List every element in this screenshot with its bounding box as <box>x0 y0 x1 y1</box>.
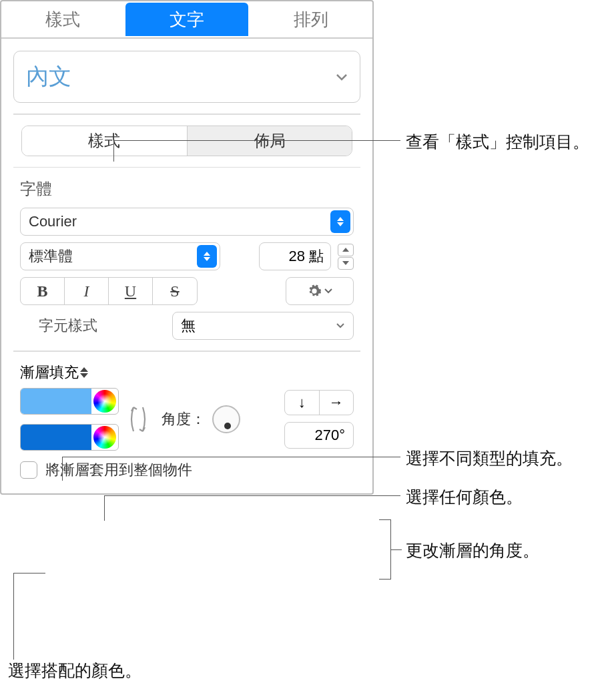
direction-right-button[interactable]: → <box>320 391 354 415</box>
callout-lead <box>62 457 400 457</box>
bold-button[interactable]: B <box>21 278 65 304</box>
callout-text: 選擇搭配的顏色。 <box>8 660 141 682</box>
callout-text: 選擇任何顏色。 <box>406 486 523 508</box>
font-family-value: Courier <box>29 213 77 230</box>
italic-button[interactable]: I <box>65 278 109 304</box>
direction-down-button[interactable]: ↓ <box>285 391 320 415</box>
callout-lead <box>113 140 400 141</box>
paragraph-style-label: 內文 <box>26 61 71 92</box>
callout-lead <box>104 495 400 496</box>
fill-type-select[interactable] <box>80 367 88 378</box>
color-swatch-1[interactable] <box>21 389 91 414</box>
stepper-up[interactable] <box>338 244 354 256</box>
typeface-value: 標準體 <box>29 246 73 266</box>
stepper-down[interactable] <box>338 257 354 270</box>
gradient-controls: 角度： ↓ → 270° <box>20 388 354 451</box>
chevron-down-icon <box>336 73 348 81</box>
divider <box>13 351 360 352</box>
gradient-color-1 <box>20 388 119 415</box>
font-size-stepper <box>338 244 354 270</box>
font-family-select[interactable]: Courier <box>20 208 354 236</box>
swap-colors-button[interactable] <box>128 403 148 436</box>
updown-icon <box>197 245 217 268</box>
fill-type-label: 漸層填充 <box>20 363 79 383</box>
angle-dial[interactable] <box>212 405 240 433</box>
callout-bracket <box>379 519 391 580</box>
advanced-options-button[interactable] <box>286 277 354 305</box>
callout-lead <box>13 573 45 574</box>
font-section-label: 字體 <box>20 178 354 200</box>
character-style-value: 無 <box>181 316 196 336</box>
inspector-top-tabs: 樣式 文字 排列 <box>1 1 372 39</box>
format-inspector-panel: 樣式 文字 排列 內文 樣式 佈局 字體 Courier 標準體 28 點 <box>0 0 374 495</box>
callout-lead <box>113 140 114 162</box>
callout-text: 更改漸層的角度。 <box>406 539 539 561</box>
callout-lead <box>13 573 14 660</box>
gear-icon <box>307 284 322 298</box>
angle-label: 角度： <box>162 409 206 429</box>
underline-button[interactable]: U <box>109 278 153 304</box>
color-wheel-icon[interactable] <box>93 390 116 413</box>
paragraph-style-select[interactable]: 內文 <box>13 51 360 103</box>
gradient-color-2 <box>20 424 119 451</box>
apply-gradient-checkbox[interactable] <box>20 461 37 479</box>
divider <box>13 113 360 115</box>
strikethrough-button[interactable]: S <box>153 278 197 304</box>
typeface-select[interactable]: 標準體 <box>20 242 220 270</box>
tab-arrange[interactable]: 排列 <box>250 1 372 37</box>
chevron-down-icon <box>324 288 332 294</box>
tab-style[interactable]: 樣式 <box>1 1 124 37</box>
divider <box>13 167 360 168</box>
color-wheel-icon[interactable] <box>93 426 116 449</box>
gradient-color-wells <box>20 388 119 451</box>
callout-lead <box>391 549 402 550</box>
callout-text: 選擇不同類型的填充。 <box>406 447 573 469</box>
callout-lead <box>62 457 63 481</box>
color-swatch-2[interactable] <box>21 425 91 450</box>
character-style-select[interactable]: 無 <box>172 312 354 340</box>
angle-field[interactable]: 270° <box>284 422 354 449</box>
font-size-field[interactable]: 28 點 <box>259 242 331 270</box>
tab-text[interactable]: 文字 <box>125 3 248 36</box>
chevron-down-icon <box>336 322 345 329</box>
text-format-group: B I U S <box>20 277 198 305</box>
gradient-direction-segmented: ↓ → <box>284 390 354 415</box>
callout-lead <box>104 495 105 521</box>
apply-gradient-label: 將漸層套用到整個物件 <box>45 460 192 480</box>
character-style-label: 字元樣式 <box>39 316 172 336</box>
updown-icon <box>330 210 350 233</box>
callout-text: 查看「樣式」控制項目。 <box>406 131 589 153</box>
